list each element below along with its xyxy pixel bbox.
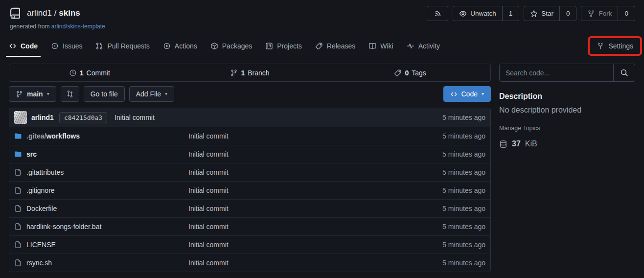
- file-commit-message[interactable]: Initial commit: [188, 223, 407, 231]
- file-name[interactable]: Dockerfile: [26, 205, 57, 212]
- tab-packages[interactable]: Packages: [210, 35, 252, 57]
- repo-action-buttons: Unwatch 1 Star 0 Fork 0: [427, 6, 635, 21]
- fork-button-group: Fork 0: [581, 6, 635, 21]
- file-commit-message[interactable]: Initial commit: [188, 186, 407, 194]
- repo-name-link[interactable]: skins: [59, 8, 80, 18]
- tags-stat[interactable]: 0 Tags: [330, 64, 490, 81]
- table-row[interactable]: .gitea/workflows Initial commit 5 minute…: [9, 127, 490, 145]
- settings-tools-icon: [597, 42, 604, 50]
- fork-count[interactable]: 0: [618, 6, 635, 21]
- file-commit-time: 5 minutes ago: [407, 205, 485, 212]
- tab-settings[interactable]: Settings: [597, 42, 633, 50]
- rss-button[interactable]: [427, 6, 448, 21]
- star-button-group: Star 0: [524, 6, 576, 21]
- watch-button-group: Unwatch 1: [453, 6, 519, 21]
- file-commit-time: 5 minutes ago: [407, 259, 485, 267]
- file-commit-message[interactable]: Initial commit: [188, 259, 407, 267]
- star-count[interactable]: 0: [559, 6, 576, 21]
- file-name[interactable]: .gitignore: [26, 186, 55, 194]
- tab-activity[interactable]: Activity: [407, 35, 440, 57]
- tab-wiki[interactable]: Wiki: [368, 35, 393, 57]
- file-name[interactable]: LICENSE: [26, 241, 56, 249]
- branch-icon: [230, 69, 238, 77]
- branch-selector-button[interactable]: main ▾: [9, 86, 56, 102]
- commit-time: 5 minutes ago: [442, 114, 485, 121]
- file-commit-message[interactable]: Initial commit: [188, 241, 407, 249]
- star-button[interactable]: Star: [524, 6, 559, 21]
- table-row[interactable]: hardlink-songs-folder.bat Initial commit…: [9, 217, 490, 235]
- file-commit-message[interactable]: Initial commit: [188, 132, 407, 140]
- add-file-button[interactable]: Add File ▾: [129, 86, 174, 102]
- title-separator: /: [54, 8, 57, 18]
- folder-path-prefix[interactable]: .gitea/: [26, 132, 46, 140]
- tab-issues[interactable]: Issues: [51, 35, 82, 57]
- branches-stat[interactable]: 1 Branch: [170, 64, 330, 81]
- commit-count: 1: [80, 69, 84, 77]
- table-row[interactable]: .gitattributes Initial commit 5 minutes …: [9, 163, 490, 181]
- tab-label: Code: [21, 42, 38, 50]
- fork-button[interactable]: Fork: [581, 6, 618, 21]
- tab-label: Releases: [327, 42, 355, 50]
- go-to-file-button[interactable]: Go to file: [84, 86, 125, 102]
- code-download-button[interactable]: Code ▾: [443, 86, 491, 102]
- table-row[interactable]: LICENSE Initial commit 5 minutes ago: [9, 235, 490, 254]
- tab-label: Issues: [63, 42, 82, 50]
- table-row[interactable]: Dockerfile Initial commit 5 minutes ago: [9, 199, 490, 217]
- rss-icon: [434, 10, 441, 17]
- code-button-label: Code: [461, 90, 478, 98]
- compare-branches-button[interactable]: [61, 86, 79, 102]
- current-branch-name: main: [27, 90, 43, 98]
- actions-play-icon: [163, 42, 171, 50]
- rss-button-group: [427, 6, 448, 21]
- search-button[interactable]: [613, 64, 635, 81]
- avatar[interactable]: [14, 111, 27, 124]
- file-commit-time: 5 minutes ago: [407, 132, 485, 140]
- tab-releases[interactable]: Releases: [315, 35, 355, 57]
- repo-size-value: 37: [512, 139, 521, 148]
- search-input[interactable]: [500, 64, 613, 81]
- content: 1 Commit 1 Branch 0 Tags main ▾: [0, 64, 644, 272]
- file-name[interactable]: rsync.sh: [26, 259, 52, 267]
- watch-count[interactable]: 1: [502, 6, 519, 21]
- fork-label: Fork: [598, 10, 612, 17]
- generated-from-text: generated from: [10, 23, 49, 30]
- tab-label: Pull Requests: [107, 42, 149, 50]
- table-row[interactable]: rsync.sh Initial commit 5 minutes ago: [9, 254, 490, 272]
- file-icon: [14, 168, 22, 176]
- repo-owner-link[interactable]: arlind1: [27, 8, 52, 18]
- tab-label: Activity: [418, 42, 440, 50]
- file-name[interactable]: src: [26, 150, 37, 158]
- file-name[interactable]: hardlink-songs-folder.bat: [26, 223, 101, 231]
- star-label: Star: [541, 10, 553, 17]
- repo-sidebar: Description No description provided Mana…: [499, 64, 635, 148]
- file-name[interactable]: .gitattributes: [26, 168, 64, 176]
- unwatch-button[interactable]: Unwatch: [453, 6, 502, 21]
- star-icon: [530, 10, 538, 18]
- eye-icon: [459, 10, 467, 18]
- code-icon: [9, 42, 17, 50]
- table-row[interactable]: src Initial commit 5 minutes ago: [9, 145, 490, 163]
- tab-actions[interactable]: Actions: [163, 35, 197, 57]
- repo-book-icon: [9, 7, 22, 20]
- file-table: arlind1 c84215d0a3 Initial commit 5 minu…: [9, 108, 491, 272]
- tab-pull-requests[interactable]: Pull Requests: [95, 35, 149, 57]
- file-name[interactable]: .gitea/workflows: [26, 132, 80, 140]
- tab-code[interactable]: Code: [9, 35, 38, 57]
- commits-stat[interactable]: 1 Commit: [9, 64, 170, 81]
- file-commit-message[interactable]: Initial commit: [188, 205, 407, 212]
- search-icon: [620, 69, 628, 77]
- pull-request-icon: [95, 42, 103, 50]
- file-commit-message[interactable]: Initial commit: [188, 168, 407, 176]
- commit-message-link[interactable]: Initial commit: [115, 114, 155, 121]
- file-icon: [14, 241, 22, 249]
- tab-projects[interactable]: Projects: [265, 35, 302, 57]
- commit-hash-link[interactable]: c84215d0a3: [59, 112, 107, 123]
- file-commit-time: 5 minutes ago: [407, 223, 485, 231]
- unwatch-label: Unwatch: [470, 10, 496, 17]
- table-row[interactable]: .gitignore Initial commit 5 minutes ago: [9, 181, 490, 199]
- file-commit-message[interactable]: Initial commit: [188, 150, 407, 158]
- generated-from-line: generated from arlind/skins-template: [10, 23, 635, 30]
- manage-topics-link[interactable]: Manage Topics: [499, 125, 635, 132]
- template-repo-link[interactable]: arlind/skins-template: [51, 23, 105, 30]
- commit-author-link[interactable]: arlind1: [31, 114, 54, 121]
